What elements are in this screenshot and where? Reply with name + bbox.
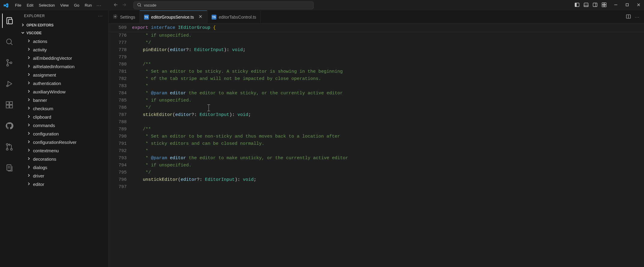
code-line[interactable]: 790 * Set an editor to be non-sticky and… [109, 133, 644, 140]
tab-Settings[interactable]: Settings [109, 11, 140, 23]
tree-folder-contextmenu[interactable]: contextmenu [19, 146, 108, 155]
menu-edit[interactable]: Edit [24, 2, 36, 9]
tab-editorTabsControl-ts[interactable]: TSeditorTabsControl.ts [207, 11, 261, 23]
toggle-panel-button[interactable] [583, 2, 589, 8]
code-line[interactable]: 782 * of the tab stripe and will not be … [109, 75, 644, 83]
svg-rect-21 [10, 102, 12, 105]
code-line[interactable]: 797 [109, 184, 644, 191]
code-line[interactable]: 778 pinEditor(editor?: EditorInput): voi… [109, 47, 644, 54]
tree-folder-actions[interactable]: actions [19, 37, 108, 45]
editor-tabs: SettingsTSeditorGroupsService.tsTSeditor… [109, 11, 644, 24]
chevron-right-icon [26, 123, 31, 128]
menu-file[interactable]: File [13, 2, 24, 9]
line-content: * of the tab stripe and will not be impa… [132, 75, 321, 83]
code-line[interactable]: 776 * if unspecified. [109, 32, 644, 39]
sticky-scroll[interactable]: 509 export interface IEditorGroup { [109, 24, 644, 32]
window-minimize-button[interactable] [613, 2, 619, 8]
tree-folder-banner[interactable]: banner [19, 96, 108, 104]
line-content: unstickEditor(editor?: EditorInput): voi… [132, 176, 256, 184]
tree-item-label: contextmenu [33, 148, 59, 153]
code-line[interactable]: 786 */ [109, 104, 644, 111]
tree-item-label: auxiliaryWindow [33, 89, 65, 94]
menu-view[interactable]: View [58, 2, 71, 9]
menu-overflow[interactable]: ··· [95, 2, 104, 9]
gear-icon [113, 14, 118, 20]
close-icon[interactable] [198, 14, 203, 20]
sticky-line-code: export interface IEditorGroup { [132, 25, 216, 30]
tree-folder-activity[interactable]: activity [19, 45, 108, 54]
code-line[interactable]: 788 [109, 119, 644, 126]
menu-run[interactable]: Run [82, 2, 94, 9]
section-open-editors[interactable]: OPEN EDITORS [19, 21, 108, 29]
editor-more-button[interactable]: ··· [635, 15, 640, 19]
tree-folder-configurationResolver[interactable]: configurationResolver [19, 138, 108, 146]
tree-folder-driver[interactable]: driver [19, 171, 108, 180]
tree-folder-configuration[interactable]: configuration [19, 129, 108, 138]
tree-folder-clipboard[interactable]: clipboard [19, 113, 108, 121]
line-number: 792 [109, 147, 132, 155]
activity-github[interactable] [2, 119, 17, 133]
code-editor[interactable]: 776 * if unspecified.777 */778 pinEditor… [109, 32, 644, 267]
chevron-right-icon [26, 139, 31, 145]
sidebar-title: EXPLORER ··· [19, 11, 108, 21]
activity-explorer[interactable] [2, 14, 17, 28]
code-line[interactable]: 783 * [109, 83, 644, 90]
code-line[interactable]: 792 * [109, 147, 644, 155]
tree-item-label: banner [33, 98, 47, 103]
tab-editorGroupsService-ts[interactable]: TSeditorGroupsService.ts [140, 11, 207, 23]
chevron-right-icon [26, 38, 31, 44]
file-tree[interactable]: actionsactivityaiEmbeddingVectoraiRelate… [19, 37, 108, 267]
section-workspace[interactable]: VSCODE [19, 29, 108, 37]
code-line[interactable]: 781 * Set an editor to be sticky. A stic… [109, 68, 644, 75]
menu-selection[interactable]: Selection [36, 2, 57, 9]
sidebar-more-button[interactable]: ··· [98, 14, 103, 18]
window-close-button[interactable] [636, 2, 642, 8]
nav-back-button[interactable] [113, 2, 119, 8]
text-cursor [209, 105, 209, 111]
activity-run-debug[interactable] [2, 77, 17, 91]
code-line[interactable]: 795 */ [109, 169, 644, 176]
code-line[interactable]: 785 * if unspecified. [109, 97, 644, 104]
code-line[interactable]: 777 */ [109, 39, 644, 47]
tree-folder-commands[interactable]: commands [19, 121, 108, 129]
tree-item-label: clipboard [33, 114, 51, 120]
tree-item-label: aiRelatedInformation [33, 64, 74, 69]
toggle-primary-sidebar-button[interactable] [574, 2, 580, 8]
split-editor-button[interactable] [626, 14, 631, 20]
tree-folder-aiEmbeddingVector[interactable]: aiEmbeddingVector [19, 54, 108, 62]
code-line[interactable]: 779 [109, 54, 644, 61]
line-number: 793 [109, 155, 132, 162]
chevron-right-icon [26, 55, 31, 61]
activity-references[interactable] [2, 161, 17, 175]
code-line[interactable]: 789 /** [109, 126, 644, 133]
window-maximize-button[interactable] [624, 2, 630, 8]
code-line[interactable]: 787 stickEditor(editor?: EditorInput): v… [109, 111, 644, 119]
activity-pull-requests[interactable] [2, 140, 17, 154]
nav-forward-button[interactable] [122, 2, 127, 8]
command-center-search[interactable]: vscode [134, 2, 314, 9]
tree-folder-dialogs[interactable]: dialogs [19, 163, 108, 171]
line-number: 790 [109, 133, 132, 140]
svg-point-16 [10, 62, 12, 64]
code-line[interactable]: 793 * @param editor the editor to make u… [109, 155, 644, 162]
code-line[interactable]: 791 * sticky editors and can be closed n… [109, 140, 644, 147]
code-line[interactable]: 784 * @param editor the editor to make s… [109, 90, 644, 97]
tree-folder-assignment[interactable]: assignment [19, 71, 108, 79]
customize-layout-button[interactable] [601, 2, 607, 8]
svg-rect-12 [9, 19, 13, 24]
code-line[interactable]: 794 * if unspecified. [109, 162, 644, 169]
tree-folder-editor[interactable]: editor [19, 180, 108, 188]
activity-extensions[interactable] [2, 98, 17, 112]
toggle-secondary-sidebar-button[interactable] [592, 2, 598, 8]
code-line[interactable]: 796 unstickEditor(editor?: EditorInput):… [109, 176, 644, 184]
tree-folder-auxiliaryWindow[interactable]: auxiliaryWindow [19, 87, 108, 96]
line-content: * if unspecified. [132, 162, 191, 169]
tree-folder-aiRelatedInformation[interactable]: aiRelatedInformation [19, 62, 108, 71]
activity-search[interactable] [2, 35, 17, 49]
tree-folder-authentication[interactable]: authentication [19, 79, 108, 87]
activity-source-control[interactable] [2, 56, 17, 70]
code-line[interactable]: 780 /** [109, 61, 644, 68]
tree-folder-checksum[interactable]: checksum [19, 104, 108, 113]
menu-go[interactable]: Go [72, 2, 82, 9]
tree-folder-decorations[interactable]: decorations [19, 155, 108, 163]
